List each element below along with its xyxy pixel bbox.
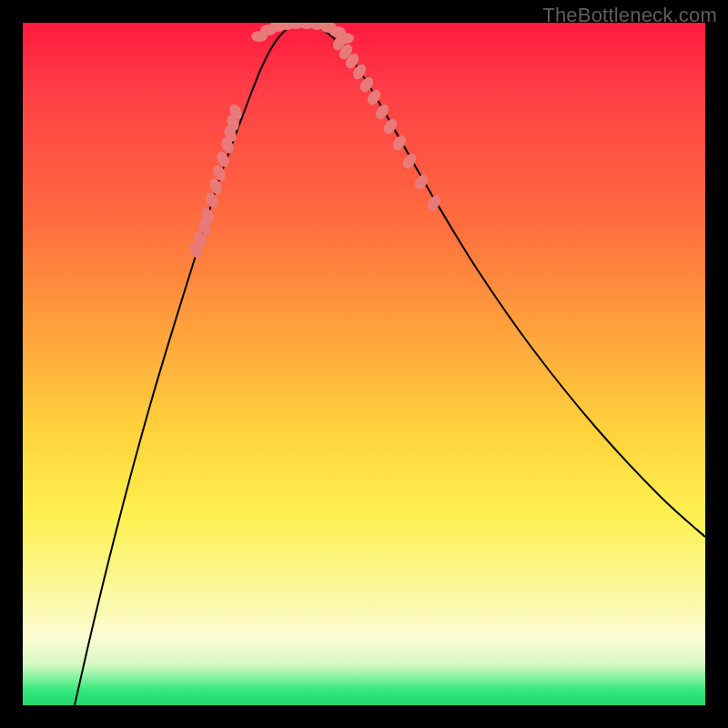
data-markers — [187, 23, 443, 260]
watermark-text: TheBottleneck.com — [542, 4, 717, 27]
chart-frame — [23, 23, 705, 705]
curve-layer — [23, 23, 705, 705]
